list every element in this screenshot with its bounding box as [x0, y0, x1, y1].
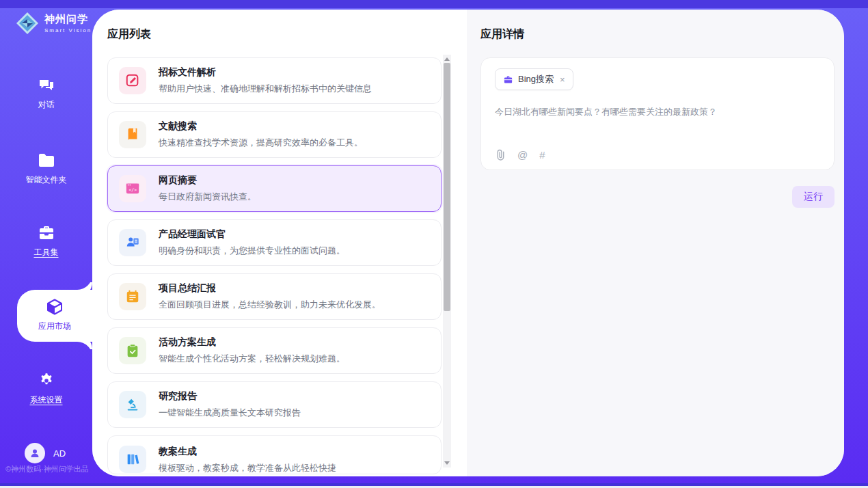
app-card-research-report[interactable]: 研究报告 一键智能生成高质量长文本研究报告 [107, 381, 442, 428]
sidebar-item-settings[interactable]: 系统设置 [0, 372, 92, 406]
prompt-text[interactable]: 今日湖北有哪些新闻要点？有哪些需要关注的最新政策？ [495, 105, 820, 119]
app-card-desc: 一键智能生成高质量长文本研究报告 [159, 407, 301, 419]
clipboard-check-icon [119, 337, 146, 364]
app-card-pm-interviewer[interactable]: 产品经理面试官 明确身份和职责，为您提供专业性的面试问题。 [107, 219, 442, 266]
toolbox-icon [38, 224, 55, 242]
sidebar: 神州问学 Smart Vision 对话 智能文件夹 工具集 应用市场 [0, 0, 92, 488]
app-list-scrollbar[interactable] [443, 55, 451, 467]
microscope-icon [119, 391, 146, 418]
user-account[interactable]: AD [25, 443, 66, 463]
brand-subtitle: Smart Vision [44, 27, 92, 33]
app-list-panel: 应用列表 招标文件解析 帮助用户快速、准确地理解和解析招标书中的关键信息 文献搜… [92, 10, 467, 476]
copyright-footer: ©神州数码·神州问学出品 [5, 464, 89, 474]
books-icon [119, 446, 146, 473]
app-card-title: 活动方案生成 [159, 336, 345, 349]
mention-icon[interactable]: @ [517, 149, 528, 161]
sidebar-item-label: 智能文件夹 [0, 174, 92, 186]
browser-code-icon: </> [119, 175, 146, 202]
interviewer-icon [119, 229, 146, 256]
app-card-title: 项目总结汇报 [159, 282, 381, 295]
folder-icon [38, 152, 55, 170]
app-card-desc: 每日政府新闻资讯快查。 [159, 191, 256, 203]
scroll-up-icon[interactable] [444, 57, 450, 61]
app-card-desc: 快速精准查找学术资源，提高研究效率的必备工具。 [159, 137, 363, 149]
run-button[interactable]: 运行 [792, 186, 835, 208]
document-edit-icon [119, 67, 146, 94]
cube-icon [46, 298, 64, 316]
scroll-down-icon[interactable] [444, 461, 450, 465]
app-card-desc: 智能生成个性化活动方案，轻松解决规划难题。 [159, 353, 345, 365]
sidebar-item-label: 工具集 [0, 247, 92, 258]
app-detail-title: 应用详情 [480, 27, 835, 42]
tool-tag-bing-search[interactable]: Bing搜索 × [495, 68, 573, 90]
brand-diamond-icon [15, 11, 40, 36]
hashtag-icon[interactable]: # [539, 149, 545, 161]
chat-icon [38, 77, 55, 94]
summary-calendar-icon [119, 283, 146, 310]
app-card-desc: 帮助用户快速、准确地理解和解析招标书中的关键信息 [159, 83, 372, 95]
avatar [25, 443, 45, 463]
sidebar-item-smart-folder[interactable]: 智能文件夹 [0, 152, 92, 186]
app-card-web-summary[interactable]: </> 网页摘要 每日政府新闻资讯快查。 [107, 165, 442, 212]
sidebar-item-chat[interactable]: 对话 [0, 77, 92, 111]
app-card-list: 招标文件解析 帮助用户快速、准确地理解和解析招标书中的关键信息 文献搜索 快速精… [107, 57, 442, 474]
tool-tag-label: Bing搜索 [518, 73, 554, 85]
app-list-title: 应用列表 [107, 27, 467, 42]
app-card-desc: 明确身份和职责，为您提供专业性的面试问题。 [159, 245, 345, 257]
tool-tag-close-icon[interactable]: × [560, 74, 565, 85]
app-card-desc: 模板驱动，教案秒成，教学准备从此轻松快捷 [159, 462, 336, 474]
svg-text:</>: </> [129, 187, 137, 193]
sidebar-item-toolset[interactable]: 工具集 [0, 224, 92, 258]
sidebar-item-app-market[interactable]: 应用市场 [17, 290, 92, 342]
app-card-title: 教案生成 [159, 446, 336, 458]
app-card-title: 招标文件解析 [159, 66, 372, 79]
app-card-literature-search[interactable]: 文献搜索 快速精准查找学术资源，提高研究效率的必备工具。 [107, 111, 442, 158]
prompt-card[interactable]: Bing搜索 × 今日湖北有哪些新闻要点？有哪些需要关注的最新政策？ @ # [480, 57, 835, 170]
user-name: AD [53, 448, 66, 459]
brand-name: 神州问学 [44, 13, 92, 26]
gear-icon [38, 372, 55, 390]
app-card-title: 研究报告 [159, 390, 301, 403]
brand-text: 神州问学 Smart Vision [44, 13, 92, 33]
sidebar-item-label: 系统设置 [0, 394, 92, 406]
app-card-desc: 全面回顾项目进展，总结经验教训，助力未来优化发展。 [159, 299, 381, 311]
app-detail-panel: 应用详情 Bing搜索 × 今日湖北有哪些新闻要点？有哪些需要关注的最新政策？ … [467, 10, 844, 476]
window-top-strip [0, 0, 868, 8]
book-icon [119, 121, 146, 148]
person-icon [29, 447, 41, 459]
content-shell: 应用列表 招标文件解析 帮助用户快速、准确地理解和解析招标书中的关键信息 文献搜… [92, 10, 844, 476]
brand-logo: 神州问学 Smart Vision [15, 11, 92, 36]
sidebar-item-label: 对话 [0, 99, 92, 111]
app-card-title: 产品经理面试官 [159, 228, 345, 241]
paperclip-icon[interactable] [496, 149, 506, 161]
sidebar-item-label: 应用市场 [17, 321, 92, 332]
attachment-toolbar: @ # [496, 149, 545, 161]
app-card-title: 文献搜索 [159, 120, 363, 133]
scrollbar-thumb[interactable] [444, 63, 450, 311]
app-card-title: 网页摘要 [159, 174, 256, 187]
app-card-lesson-plan[interactable]: 教案生成 模板驱动，教案秒成，教学准备从此轻松快捷 [107, 435, 442, 474]
app-card-project-summary[interactable]: 项目总结汇报 全面回顾项目进展，总结经验教训，助力未来优化发展。 [107, 273, 442, 320]
app-card-event-plan[interactable]: 活动方案生成 智能生成个性化活动方案，轻松解决规划难题。 [107, 327, 442, 374]
app-card-tender-parse[interactable]: 招标文件解析 帮助用户快速、准确地理解和解析招标书中的关键信息 [107, 57, 442, 104]
briefcase-icon [503, 74, 513, 85]
